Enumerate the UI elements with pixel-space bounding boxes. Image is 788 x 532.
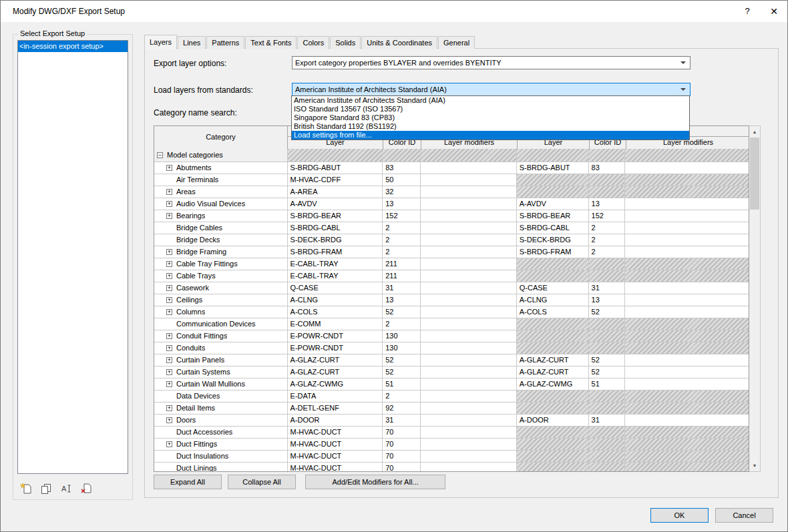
projection-modifiers-cell[interactable]: [421, 451, 517, 463]
category-cell[interactable]: Bridge Decks: [154, 234, 288, 246]
projection-layer-cell[interactable]: E-CABL-TRAY: [288, 258, 383, 270]
projection-modifiers-cell[interactable]: [421, 294, 517, 306]
expand-icon[interactable]: +: [166, 213, 172, 219]
projection-layer-cell[interactable]: A-CLNG: [288, 294, 383, 306]
projection-layer-cell[interactable]: A-DETL-GENF: [288, 403, 383, 415]
cut-modifiers-cell[interactable]: [625, 246, 749, 258]
projection-colorid-cell[interactable]: 2: [383, 390, 421, 403]
export-setup-list[interactable]: <in-session export setup>: [17, 40, 128, 474]
tab-layers[interactable]: Layers: [144, 35, 177, 49]
cut-colorid-cell[interactable]: 152: [589, 210, 626, 222]
projection-modifiers-cell[interactable]: [421, 378, 517, 390]
cut-layer-cell[interactable]: A-COLS: [517, 306, 589, 318]
expand-icon[interactable]: +: [166, 261, 172, 267]
cut-modifiers-cell[interactable]: [625, 415, 749, 427]
category-cell[interactable]: +Bearings: [154, 210, 288, 222]
cut-layer-cell[interactable]: A-GLAZ-CURT: [517, 354, 589, 366]
cut-layer-cell[interactable]: A-GLAZ-CURT: [517, 366, 589, 378]
projection-colorid-cell[interactable]: 31: [383, 415, 421, 427]
category-cell[interactable]: +Bridge Framing: [154, 246, 288, 258]
projection-layer-cell[interactable]: E-POWR-CNDT: [288, 330, 383, 342]
expand-icon[interactable]: +: [166, 309, 172, 315]
category-cell[interactable]: +Audio Visual Devices: [154, 198, 288, 210]
category-cell[interactable]: +Curtain Systems: [154, 366, 288, 378]
export-layer-options-select[interactable]: Export category properties BYLAYER and o…: [292, 56, 691, 69]
projection-colorid-cell[interactable]: 70: [383, 439, 421, 451]
projection-colorid-cell[interactable]: 152: [383, 210, 421, 222]
cut-layer-cell[interactable]: A-CLNG: [517, 294, 589, 306]
projection-modifiers-cell[interactable]: [421, 342, 517, 354]
category-cell[interactable]: Duct Accessories: [154, 427, 288, 439]
category-cell[interactable]: +Areas: [154, 186, 288, 198]
projection-layer-cell[interactable]: A-GLAZ-CURT: [288, 366, 383, 378]
projection-colorid-cell[interactable]: 83: [383, 162, 421, 174]
expand-icon[interactable]: +: [166, 333, 172, 339]
projection-layer-cell[interactable]: A-GLAZ-CURT: [288, 354, 383, 366]
cancel-button[interactable]: Cancel: [715, 508, 773, 523]
cut-colorid-cell[interactable]: 2: [589, 234, 626, 246]
cut-layer-cell[interactable]: S-BRDG-FRAM: [517, 246, 589, 258]
category-cell[interactable]: Data Devices: [154, 390, 288, 403]
help-button[interactable]: ?: [735, 1, 759, 22]
projection-colorid-cell[interactable]: 70: [383, 427, 421, 439]
cut-colorid-cell[interactable]: 52: [589, 306, 626, 318]
projection-modifiers-cell[interactable]: [421, 390, 517, 403]
projection-colorid-cell[interactable]: 2: [383, 222, 421, 234]
category-cell[interactable]: +Detail Items: [154, 403, 288, 415]
tab-patterns[interactable]: Patterns: [206, 36, 244, 49]
projection-layer-cell[interactable]: M-HVAC-DUCT: [288, 463, 383, 472]
projection-modifiers-cell[interactable]: [421, 246, 517, 258]
cut-modifiers-cell[interactable]: [625, 234, 749, 246]
expand-icon[interactable]: +: [166, 249, 172, 255]
cut-modifiers-cell[interactable]: [625, 306, 749, 318]
projection-modifiers-cell[interactable]: [421, 198, 517, 210]
cut-modifiers-cell[interactable]: [625, 282, 749, 294]
new-export-setup-icon[interactable]: [19, 482, 33, 495]
export-setup-item[interactable]: <in-session export setup>: [18, 41, 128, 52]
category-cell[interactable]: Duct Linings: [154, 463, 288, 472]
category-cell[interactable]: +Cable Trays: [154, 270, 288, 282]
collapse-icon[interactable]: −: [157, 152, 163, 158]
scroll-up-icon[interactable]: ▲: [749, 126, 760, 138]
projection-layer-cell[interactable]: A-AREA: [288, 186, 383, 198]
cut-layer-cell[interactable]: S-BRDG-CABL: [517, 222, 589, 234]
dropdown-option-american-institute-of-architects-standard-aia[interactable]: American Institute of Architects Standar…: [292, 96, 689, 105]
projection-colorid-cell[interactable]: 13: [383, 294, 421, 306]
projection-modifiers-cell[interactable]: [421, 210, 517, 222]
projection-colorid-cell[interactable]: 32: [383, 186, 421, 198]
cut-modifiers-cell[interactable]: [625, 366, 749, 378]
expand-icon[interactable]: +: [166, 381, 172, 387]
projection-modifiers-cell[interactable]: [421, 330, 517, 342]
ok-button[interactable]: OK: [650, 508, 709, 523]
projection-layer-cell[interactable]: E-CABL-TRAY: [288, 270, 383, 282]
projection-colorid-cell[interactable]: 92: [383, 403, 421, 415]
cut-colorid-cell[interactable]: 2: [589, 222, 626, 234]
chevron-down-icon[interactable]: [677, 57, 689, 68]
projection-layer-cell[interactable]: S-BRDG-FRAM: [288, 246, 383, 258]
tab-general[interactable]: General: [438, 36, 475, 49]
cut-colorid-cell[interactable]: 52: [589, 366, 626, 378]
expand-icon[interactable]: +: [166, 285, 172, 291]
cut-layer-cell[interactable]: A-GLAZ-CWMG: [517, 378, 589, 390]
scrollbar-thumb[interactable]: [750, 138, 759, 210]
category-cell[interactable]: +Abutments: [154, 162, 288, 174]
projection-modifiers-cell[interactable]: [421, 174, 517, 186]
cut-colorid-cell[interactable]: 13: [589, 198, 626, 210]
category-cell[interactable]: Air Terminals: [154, 174, 288, 186]
projection-modifiers-cell[interactable]: [421, 306, 517, 318]
category-cell[interactable]: +Conduit Fittings: [154, 330, 288, 342]
cut-layer-cell[interactable]: S-BRDG-ABUT: [517, 162, 589, 174]
projection-colorid-cell[interactable]: 31: [383, 282, 421, 294]
projection-layer-cell[interactable]: A-GLAZ-CWMG: [288, 378, 383, 390]
rename-export-setup-icon[interactable]: A: [59, 482, 73, 495]
cut-modifiers-cell[interactable]: [625, 198, 749, 210]
projection-modifiers-cell[interactable]: [421, 186, 517, 198]
projection-modifiers-cell[interactable]: [421, 354, 517, 366]
projection-layer-cell[interactable]: E-POWR-CNDT: [288, 342, 383, 354]
cut-layer-cell[interactable]: S-DECK-BRDG: [517, 234, 589, 246]
category-cell[interactable]: Duct Insulations: [154, 451, 288, 463]
projection-layer-cell[interactable]: A-AVDV: [288, 198, 383, 210]
projection-modifiers-cell[interactable]: [421, 222, 517, 234]
projection-modifiers-cell[interactable]: [421, 427, 517, 439]
category-cell[interactable]: +Duct Fittings: [154, 439, 288, 451]
